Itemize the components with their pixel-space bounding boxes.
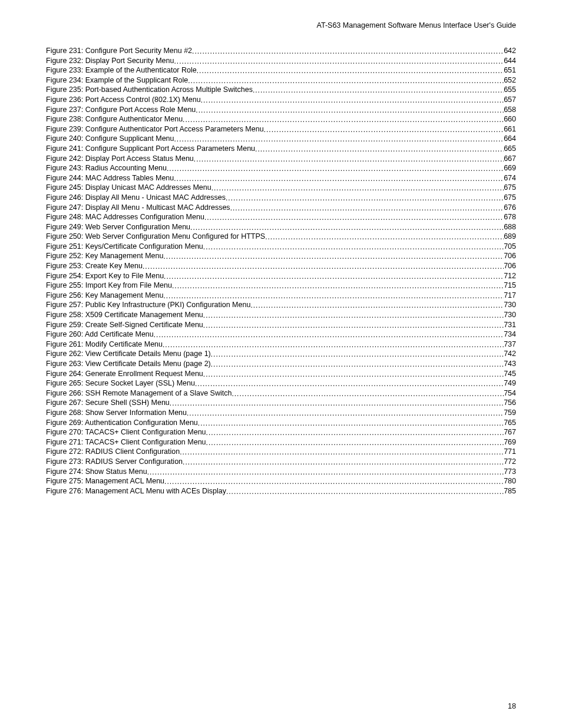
toc-entry[interactable]: Figure 266: SSH Remote Management of a S… <box>46 390 516 397</box>
toc-entry-page: 759 <box>504 409 516 417</box>
toc-entry[interactable]: Figure 249: Web Server Configuration Men… <box>46 223 516 231</box>
toc-entry[interactable]: Figure 246: Display All Menu - Unicast M… <box>46 194 516 202</box>
toc-entry-page: 658 <box>504 106 516 114</box>
toc-entry-page: 676 <box>504 204 516 212</box>
toc-dot-leader <box>172 282 504 289</box>
toc-entry-label: Figure 242: Display Port Access Status M… <box>46 155 194 163</box>
toc-dot-leader <box>180 449 504 456</box>
toc-dot-leader <box>197 67 504 74</box>
toc-entry[interactable]: Figure 232: Display Port Security Menu64… <box>46 57 516 65</box>
toc-entry[interactable]: Figure 244: MAC Address Tables Menu674 <box>46 174 516 182</box>
toc-entry-label: Figure 240: Configure Supplicant Menu <box>46 135 174 143</box>
page-number: 18 <box>508 702 516 710</box>
toc-entry[interactable]: Figure 242: Display Port Access Status M… <box>46 155 516 163</box>
toc-entry-page: 674 <box>504 174 516 182</box>
toc-entry[interactable]: Figure 236: Port Access Control (802.1X)… <box>46 96 516 104</box>
toc-entry[interactable]: Figure 262: View Certificate Details Men… <box>46 350 516 358</box>
toc-entry-page: 667 <box>504 155 516 163</box>
toc-entry-label: Figure 254: Export Key to File Menu <box>46 272 164 280</box>
toc-dot-leader <box>265 233 504 241</box>
toc-entry-page: 745 <box>504 370 516 378</box>
toc-entry[interactable]: Figure 271: TACACS+ Client Configuration… <box>46 439 516 446</box>
toc-dot-leader <box>154 331 504 338</box>
toc-entry-label: Figure 241: Configure Supplicant Port Ac… <box>46 145 255 153</box>
toc-entry[interactable]: Figure 261: Modify Certificate Menu737 <box>46 341 516 348</box>
toc-entry[interactable]: Figure 264: Generate Enrollment Request … <box>46 370 516 378</box>
toc-entry[interactable]: Figure 240: Configure Supplicant Menu664 <box>46 135 516 143</box>
toc-dot-leader <box>226 195 504 202</box>
page-container: AT-S63 Management Software Menus Interfa… <box>0 0 562 495</box>
toc-entry[interactable]: Figure 252: Key Management Menu706 <box>46 252 516 260</box>
toc-entry[interactable]: Figure 238: Configure Authenticator Menu… <box>46 116 516 123</box>
toc-entry[interactable]: Figure 267: Secure Shell (SSH) Menu756 <box>46 399 516 407</box>
toc-entry[interactable]: Figure 234: Example of the Supplicant Ro… <box>46 77 516 84</box>
toc-entry-page: 706 <box>504 252 516 260</box>
toc-entry[interactable]: Figure 272: RADIUS Client Configuration7… <box>46 448 516 456</box>
toc-entry-label: Figure 244: MAC Address Tables Menu <box>46 174 174 182</box>
toc-entry[interactable]: Figure 253: Create Key Menu706 <box>46 262 516 270</box>
toc-entry-page: 688 <box>504 223 516 231</box>
toc-entry[interactable]: Figure 259: Create Self-Signed Certifica… <box>46 321 516 329</box>
toc-entry-label: Figure 273: RADIUS Server Configuration <box>46 458 183 466</box>
toc-entry-label: Figure 256: Key Management Menu <box>46 292 163 299</box>
toc-dot-leader <box>204 214 504 221</box>
toc-entry-page: 773 <box>504 468 516 476</box>
toc-entry-label: Figure 239: Configure Authenticator Port… <box>46 126 264 133</box>
toc-entry[interactable]: Figure 241: Configure Supplicant Port Ac… <box>46 145 516 153</box>
toc-entry-page: 730 <box>504 311 516 319</box>
toc-entry[interactable]: Figure 248: MAC Addresses Configuration … <box>46 213 516 221</box>
toc-dot-leader <box>255 146 504 153</box>
toc-entry[interactable]: Figure 274: Show Status Menu773 <box>46 468 516 476</box>
toc-entry-label: Figure 238: Configure Authenticator Menu <box>46 116 183 123</box>
toc-entry[interactable]: Figure 251: Keys/Certificate Configurati… <box>46 243 516 251</box>
toc-entry[interactable]: Figure 233: Example of the Authenticator… <box>46 67 516 74</box>
toc-dot-leader <box>163 292 504 299</box>
toc-entry[interactable]: Figure 235: Port-based Authentication Ac… <box>46 86 516 94</box>
toc-dot-leader <box>196 107 504 114</box>
toc-entry-page: 661 <box>504 126 516 133</box>
toc-dot-leader <box>167 165 504 172</box>
toc-dot-leader <box>174 175 504 182</box>
toc-entry-page: 730 <box>504 301 516 309</box>
toc-entry[interactable]: Figure 239: Configure Authenticator Port… <box>46 126 516 133</box>
toc-entry[interactable]: Figure 254: Export Key to File Menu712 <box>46 272 516 280</box>
toc-entry[interactable]: Figure 276: Management ACL Menu with ACE… <box>46 487 516 495</box>
toc-entry-label: Figure 235: Port-based Authentication Ac… <box>46 86 253 94</box>
toc-entry-page: 689 <box>504 233 516 241</box>
toc-entry[interactable]: Figure 231: Configure Port Security Menu… <box>46 47 516 55</box>
toc-entry-label: Figure 268: Show Server Information Menu <box>46 409 187 417</box>
toc-entry[interactable]: Figure 256: Key Management Menu717 <box>46 292 516 299</box>
toc-entry-page: 749 <box>504 380 516 387</box>
toc-entry[interactable]: Figure 237: Configure Port Access Role M… <box>46 106 516 114</box>
toc-entry-label: Figure 270: TACACS+ Client Configuration… <box>46 429 206 436</box>
toc-entry[interactable]: Figure 247: Display All Menu - Multicast… <box>46 204 516 212</box>
toc-dot-leader <box>190 224 504 231</box>
toc-dot-leader <box>203 322 504 329</box>
toc-entry[interactable]: Figure 245: Display Unicast MAC Addresse… <box>46 184 516 192</box>
toc-entry-page: 767 <box>504 429 516 436</box>
toc-entry[interactable]: Figure 260: Add Certificate Menu734 <box>46 331 516 338</box>
toc-entry[interactable]: Figure 258: X509 Certificate Management … <box>46 311 516 319</box>
toc-entry-label: Figure 231: Configure Port Security Menu… <box>46 47 192 55</box>
toc-entry-page: 712 <box>504 272 516 280</box>
toc-entry-label: Figure 246: Display All Menu - Unicast M… <box>46 194 226 202</box>
toc-entry[interactable]: Figure 263: View Certificate Details Men… <box>46 360 516 368</box>
toc-dot-leader <box>183 459 504 466</box>
toc-dot-leader <box>187 410 504 417</box>
toc-entry[interactable]: Figure 268: Show Server Information Menu… <box>46 409 516 417</box>
toc-entry[interactable]: Figure 265: Secure Socket Layer (SSL) Me… <box>46 380 516 387</box>
toc-entry[interactable]: Figure 270: TACACS+ Client Configuration… <box>46 429 516 436</box>
toc-entry[interactable]: Figure 273: RADIUS Server Configuration7… <box>46 458 516 466</box>
toc-entry-page: 678 <box>504 213 516 221</box>
toc-entry-label: Figure 253: Create Key Menu <box>46 262 143 270</box>
toc-entry-label: Figure 245: Display Unicast MAC Addresse… <box>46 184 211 192</box>
toc-entry[interactable]: Figure 243: Radius Accounting Menu669 <box>46 164 516 172</box>
toc-entry[interactable]: Figure 275: Management ACL Menu780 <box>46 477 516 485</box>
toc-entry[interactable]: Figure 255: Import Key from File Menu715 <box>46 282 516 289</box>
toc-entry-label: Figure 250: Web Server Configuration Men… <box>46 233 265 241</box>
toc-dot-leader <box>201 97 504 104</box>
toc-entry[interactable]: Figure 269: Authentication Configuration… <box>46 419 516 427</box>
toc-entry-page: 769 <box>504 439 516 446</box>
toc-entry[interactable]: Figure 250: Web Server Configuration Men… <box>46 233 516 241</box>
toc-entry[interactable]: Figure 257: Public Key Infrastructure (P… <box>46 301 516 309</box>
